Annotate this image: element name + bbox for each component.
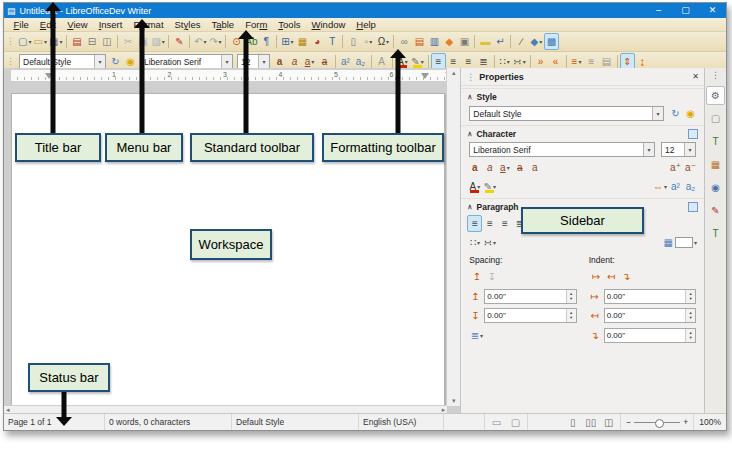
maximize-button[interactable]: ▢ (672, 3, 699, 18)
subscript-button[interactable]: a₂ (683, 178, 698, 195)
ordered-list-button[interactable]: ∺▾ (482, 234, 497, 251)
bold-button[interactable]: a (467, 159, 482, 176)
tab-styles[interactable]: T (706, 132, 725, 151)
chevron-down-icon[interactable]: ▾ (684, 143, 695, 156)
undo-button[interactable]: ↶▾ (193, 33, 208, 50)
insert-hyperlink-button[interactable]: ∞ (397, 33, 412, 50)
paste-dropdown-icon[interactable]: ▾ (162, 38, 165, 45)
increase-paragraph-spacing-dropdown-icon[interactable]: ▾ (578, 58, 581, 65)
tab-page[interactable]: ▢ (706, 109, 725, 128)
character-spacing-dropdown-icon[interactable]: ▾ (664, 183, 667, 190)
paragraph-background-color-button[interactable]: ▦▾ (663, 234, 698, 251)
first-line-indent-input[interactable]: 0.00" ▴▾ (604, 328, 696, 343)
sidebar-close-icon[interactable]: ✕ (692, 72, 699, 81)
character-spacing-button[interactable]: ⇔▾ (652, 178, 668, 195)
spinner[interactable]: ▴▾ (685, 329, 695, 342)
insert-bookmark-button[interactable]: ◆ (442, 33, 457, 50)
close-button[interactable]: ✕ (699, 3, 726, 18)
redo-dropdown-icon[interactable]: ▾ (219, 38, 222, 45)
insert-table-button[interactable]: ⊞▾ (280, 33, 295, 50)
strikethrough-button[interactable]: a (512, 159, 527, 176)
chevron-down-icon[interactable]: ▾ (643, 143, 654, 156)
menu-tools[interactable]: Tools (273, 19, 306, 30)
undo-dropdown-icon[interactable]: ▾ (204, 38, 207, 45)
tab-manage-changes[interactable]: ✎ (706, 201, 725, 220)
after-text-indent-input[interactable]: 0.00" ▴▾ (604, 308, 696, 323)
chevron-down-icon[interactable]: ▾ (258, 55, 269, 68)
scroll-up-icon[interactable]: ▴ (452, 69, 456, 77)
insert-footnote-button[interactable]: ▤ (412, 33, 427, 50)
paragraph-background-color-dropdown-icon[interactable]: ▾ (694, 239, 697, 246)
zoom-in-button[interactable]: + (683, 417, 688, 427)
tab-navigator[interactable]: ◉ (706, 178, 725, 197)
zoom-out-button[interactable]: − (626, 417, 631, 427)
language-status[interactable]: English (USA) (359, 414, 444, 430)
insert-table-dropdown-icon[interactable]: ▾ (291, 38, 294, 45)
show-draw-functions-button[interactable]: ▩ (544, 33, 559, 50)
document-modified-button[interactable]: ▢ (508, 414, 523, 431)
underline-dropdown-icon[interactable]: ▾ (507, 164, 510, 171)
align-right-button[interactable]: ≡ (497, 215, 512, 232)
menu-table[interactable]: Table (206, 19, 240, 30)
line-spacing-button[interactable]: ≣ ▾ (469, 327, 484, 344)
insert-special-character-button[interactable]: Ω▾ (376, 33, 391, 50)
page-style-status[interactable]: Default Style (232, 414, 359, 430)
font-color-dropdown-icon[interactable]: ▾ (477, 183, 480, 190)
multi-page-view-button[interactable]: ▯▯ (583, 414, 598, 431)
menu-form[interactable]: Form (240, 19, 273, 30)
selection-mode-button[interactable]: ▭ (489, 414, 504, 431)
underline-dropdown-icon[interactable]: ▾ (311, 58, 314, 65)
insert-endnote-button[interactable]: ▥ (427, 33, 442, 50)
single-page-view-button[interactable]: ▯ (565, 414, 580, 431)
spinner[interactable]: ▴▾ (685, 290, 695, 303)
insert-comment-button[interactable]: ▬ (478, 33, 493, 50)
decrease-font-size-button[interactable]: a⁻ (683, 159, 698, 176)
chevron-down-icon[interactable]: ▾ (221, 55, 232, 68)
print-button[interactable]: ⊟ (84, 33, 99, 50)
basic-shapes-dropdown-icon[interactable]: ▾ (539, 38, 542, 45)
chevron-down-icon[interactable]: ▾ (94, 55, 105, 68)
menu-view[interactable]: View (62, 19, 93, 30)
word-count-status[interactable]: 0 words, 0 characters (105, 414, 232, 430)
toolbar-grip-icon[interactable]: ⋮ (4, 37, 17, 46)
menu-insert[interactable]: Insert (93, 19, 128, 30)
right-indent-marker[interactable] (421, 73, 429, 79)
chevron-down-icon[interactable]: ▾ (480, 332, 483, 339)
chevron-down-icon[interactable]: ▾ (652, 107, 663, 120)
sidebar-grip-icon[interactable]: ⋮ (466, 72, 475, 82)
tab-design[interactable]: T (706, 224, 725, 243)
before-text-indent-input[interactable]: 0.00" ▴▾ (604, 289, 696, 304)
minimize-button[interactable]: – (645, 3, 672, 18)
highlight-color-button[interactable]: ✎▾ (482, 178, 497, 195)
toolbar-grip-icon[interactable]: ⋮ (4, 57, 17, 66)
collapse-icon[interactable]: ∧ (467, 203, 472, 211)
insert-field-button[interactable]: ▫▾ (361, 33, 376, 50)
superscript-button[interactable]: a² (668, 178, 683, 195)
ordered-list-dropdown-icon[interactable]: ▾ (523, 58, 526, 65)
switch-indent-button[interactable]: ↴ (619, 268, 634, 285)
clone-formatting-button[interactable]: ✎ (172, 33, 187, 50)
highlight-color-dropdown-icon[interactable]: ▾ (493, 183, 496, 190)
horizontal-ruler[interactable]: 1234567 (10, 69, 449, 82)
redo-button[interactable]: ↷▾ (208, 33, 223, 50)
sidebar-font-size-select[interactable]: 12 ▾ (661, 142, 696, 157)
font-name-select[interactable]: Liberation Serif ▾ (140, 54, 233, 69)
collapse-icon[interactable]: ∧ (467, 93, 472, 101)
new-document-dropdown-icon[interactable]: ▾ (28, 38, 31, 45)
sidebar-menu-icon[interactable]: ⋮ (711, 70, 720, 84)
paste-button[interactable]: ▨▾ (150, 33, 165, 50)
insert-line-button[interactable]: ∕ (514, 33, 529, 50)
unordered-list-dropdown-icon[interactable]: ▾ (507, 58, 510, 65)
sidebar-style-select[interactable]: Default Style ▾ (469, 106, 664, 121)
update-paragraph-style-button[interactable]: ↻ (668, 105, 683, 122)
ordered-list-dropdown-icon[interactable]: ▾ (493, 239, 496, 246)
font-color-button[interactable]: A▾ (467, 178, 482, 195)
insert-page-break-button[interactable]: ▯ (346, 33, 361, 50)
formatting-marks-button[interactable]: ¶ (259, 33, 274, 50)
character-dialog-launcher[interactable] (688, 129, 698, 139)
increase-indent-button[interactable]: ↦ (589, 268, 604, 285)
vertical-scrollbar[interactable]: ▴ ▾ (446, 68, 460, 406)
paragraph-style-select[interactable]: Default Style ▾ (19, 54, 106, 69)
insert-image-button[interactable]: ▦ (295, 33, 310, 50)
increase-font-size-button[interactable]: a⁺ (668, 159, 683, 176)
